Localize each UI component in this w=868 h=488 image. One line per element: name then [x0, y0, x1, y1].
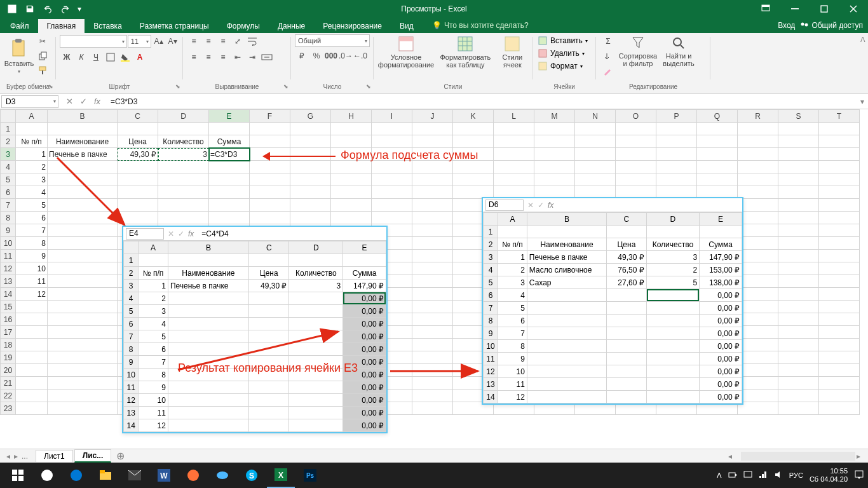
cell-S20[interactable]	[778, 364, 819, 377]
cell-K1[interactable]	[453, 123, 494, 135]
cell-A1[interactable]	[16, 123, 48, 135]
cell-H6[interactable]	[331, 186, 372, 199]
cell-J11[interactable]	[412, 250, 453, 262]
cell-D7[interactable]	[158, 199, 209, 212]
cell-J18[interactable]	[412, 339, 453, 351]
col-header-N[interactable]: N	[575, 110, 616, 123]
increase-font-button[interactable]: A▴	[152, 34, 165, 48]
cell-B17[interactable]	[48, 326, 118, 339]
col-header-H[interactable]: H	[331, 110, 372, 123]
cell-I8[interactable]	[372, 212, 412, 224]
cell-R17[interactable]	[738, 326, 778, 339]
tab-file[interactable]: Файл	[1, 19, 38, 33]
cell-S2[interactable]	[778, 135, 819, 148]
col-header-L[interactable]: L	[494, 110, 534, 123]
cell-K5[interactable]	[453, 173, 494, 186]
cell-O1[interactable]	[616, 123, 656, 135]
cell-C4[interactable]	[118, 161, 158, 173]
cell-A12[interactable]: 10	[16, 262, 48, 275]
cell-R1[interactable]	[738, 123, 778, 135]
hscrollbar[interactable]	[741, 452, 855, 461]
cell-T19[interactable]	[819, 351, 860, 364]
cell-P4[interactable]	[656, 161, 697, 173]
row-header-9[interactable]: 9	[1, 224, 16, 237]
row-header-1[interactable]: 1	[1, 123, 16, 135]
cell-T1[interactable]	[819, 123, 860, 135]
tab-view[interactable]: Вид	[391, 19, 423, 33]
cell-J15[interactable]	[412, 301, 453, 313]
row-header-15[interactable]: 15	[1, 301, 16, 313]
increase-indent-button[interactable]: ⇥	[245, 50, 259, 64]
cell-B4[interactable]	[48, 161, 118, 173]
cell-P3[interactable]	[656, 148, 697, 161]
cell-C7[interactable]	[118, 199, 158, 212]
cell-Q1[interactable]	[697, 123, 738, 135]
cell-J14[interactable]	[412, 288, 453, 301]
decrease-indent-button[interactable]: ⇤	[231, 50, 245, 64]
wrap-text-button[interactable]	[245, 34, 259, 48]
row-header-3[interactable]: 3	[1, 148, 16, 161]
cell-G1[interactable]	[290, 123, 331, 135]
tab-home[interactable]: Главная	[38, 19, 85, 33]
save-button[interactable]	[22, 1, 38, 17]
align-bottom-button[interactable]: ≡	[216, 34, 230, 48]
cell-R6[interactable]	[738, 186, 778, 199]
cell-S12[interactable]	[778, 262, 819, 275]
cell-B2[interactable]: Наименование	[48, 135, 118, 148]
cell-E1[interactable]	[209, 123, 250, 135]
cell-P5[interactable]	[656, 173, 697, 186]
cell-E6[interactable]	[209, 186, 250, 199]
hscroll-left[interactable]: ◂	[728, 452, 740, 461]
cell-R19[interactable]	[738, 351, 778, 364]
taskbar-explorer-icon[interactable]	[92, 463, 119, 488]
align-left-button[interactable]: ≡	[187, 50, 201, 64]
bold-button[interactable]: Ж	[60, 50, 74, 64]
start-button[interactable]	[4, 463, 32, 488]
cell-T22[interactable]	[819, 390, 860, 402]
cell-T16[interactable]	[819, 313, 860, 326]
minimize-button[interactable]	[780, 0, 810, 18]
cell-J5[interactable]	[412, 173, 453, 186]
cell-R10[interactable]	[738, 237, 778, 250]
cell-T18[interactable]	[819, 339, 860, 351]
cell-T10[interactable]	[819, 237, 860, 250]
row-header-7[interactable]: 7	[1, 199, 16, 212]
cell-B3[interactable]: Печенье в пачке	[48, 148, 118, 161]
cell-A13[interactable]: 11	[16, 275, 48, 288]
cell-A22[interactable]	[16, 390, 48, 402]
col-header-A[interactable]: A	[16, 110, 48, 123]
cell-S11[interactable]	[778, 250, 819, 262]
cell-R9[interactable]	[738, 224, 778, 237]
cell-S15[interactable]	[778, 301, 819, 313]
cell-F8[interactable]	[250, 212, 290, 224]
cell-I4[interactable]	[372, 161, 412, 173]
col-header-R[interactable]: R	[738, 110, 778, 123]
cell-C3[interactable]: 49,30 ₽	[118, 148, 158, 161]
cell-T21[interactable]	[819, 377, 860, 390]
cell-I5[interactable]	[372, 173, 412, 186]
cell-B7[interactable]	[48, 199, 118, 212]
cell-A14[interactable]: 12	[16, 288, 48, 301]
cell-B19[interactable]	[48, 351, 118, 364]
cell-S5[interactable]	[778, 173, 819, 186]
tray-messages-icon[interactable]	[743, 470, 752, 480]
tab-review[interactable]: Рецензирование	[314, 19, 391, 33]
cell-F2[interactable]	[250, 135, 290, 148]
cell-N1[interactable]	[575, 123, 616, 135]
row-header-23[interactable]: 23	[1, 402, 16, 415]
cell-B11[interactable]	[48, 250, 118, 262]
sort-filter-button[interactable]: Сортировка и фильтр	[618, 34, 658, 69]
tray-notifications-icon[interactable]	[854, 470, 864, 481]
cell-A15[interactable]	[16, 301, 48, 313]
cell-J21[interactable]	[412, 377, 453, 390]
cell-A23[interactable]	[16, 402, 48, 415]
cell-L1[interactable]	[494, 123, 534, 135]
row-header-19[interactable]: 19	[1, 351, 16, 364]
hscroll-right[interactable]: ▸	[857, 452, 868, 461]
cell-B10[interactable]	[48, 237, 118, 250]
cell-T9[interactable]	[819, 224, 860, 237]
taskbar-app-icon[interactable]	[208, 463, 236, 488]
cell-A3[interactable]: 1	[16, 148, 48, 161]
cell-S4[interactable]	[778, 161, 819, 173]
col-header-Q[interactable]: Q	[697, 110, 738, 123]
